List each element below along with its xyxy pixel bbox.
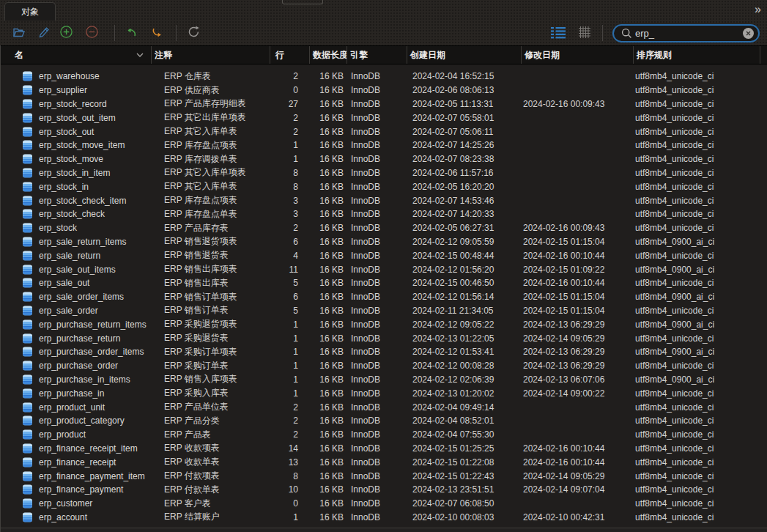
table-name-label: erp_stock_in_item	[39, 168, 110, 178]
cell-rows: 10	[270, 484, 309, 495]
cell-collation: utf8mb4_unicode_ci	[633, 306, 760, 316]
search-input[interactable]	[632, 28, 743, 39]
cell-rows: 2	[270, 127, 309, 137]
table-row[interactable]: erp_stock_inERP 其它入库单表816 KBInnoDB2024-0…	[1, 180, 767, 193]
cell-created: 2024-02-07 06:08:50	[407, 498, 521, 509]
cell-comment: ERP 库存盘点单表	[151, 208, 270, 221]
cell-engine: InnoDB	[347, 154, 407, 164]
table-row[interactable]: erp_sale_order_itemsERP 销售订单项表616 KBInno…	[1, 290, 767, 304]
cell-engine: InnoDB	[347, 265, 407, 275]
table-row[interactable]: erp_stock_checkERP 库存盘点单表316 KBInnoDB202…	[1, 207, 767, 221]
cell-name: erp_stock_move	[1, 154, 151, 164]
table-name-label: erp_purchase_order	[39, 361, 118, 371]
table-row[interactable]: erp_accountERP 结算账户116 KBInnoDB2024-02-1…	[1, 511, 767, 525]
table-row[interactable]: erp_finance_receiptERP 收款单表1316 KBInnoDB…	[1, 455, 767, 469]
column-header-data_length[interactable]: 数据长度	[309, 46, 347, 64]
table-row[interactable]: erp_product_categoryERP 产品分类216 KBInnoDB…	[1, 414, 767, 428]
column-header-collation[interactable]: 排序规则	[633, 46, 760, 64]
cell-data_length: 16 KB	[309, 113, 347, 123]
open-table-button[interactable]	[12, 26, 26, 41]
cell-rows: 1	[270, 374, 309, 385]
table-row[interactable]: erp_warehouseERP 仓库表216 KBInnoDB2024-02-…	[1, 70, 767, 84]
column-header-comment[interactable]: 注释	[151, 46, 270, 64]
cell-created: 2024-02-07 08:23:38	[407, 154, 521, 164]
table-row[interactable]: erp_sale_orderERP 销售订单表516 KBInnoDB2024-…	[1, 304, 767, 318]
table-row[interactable]: erp_sale_returnERP 销售退货表416 KBInnoDB2024…	[1, 248, 767, 262]
minus-circle-icon	[85, 25, 99, 41]
search-field[interactable]	[612, 24, 760, 43]
column-header-rows[interactable]: 行	[270, 46, 309, 64]
list-view-button[interactable]	[550, 26, 566, 41]
cell-collation: utf8mb4_unicode_ci	[633, 415, 760, 426]
clear-search-button[interactable]	[743, 28, 754, 39]
delete-table-button[interactable]	[85, 25, 99, 41]
table-row[interactable]: erp_productERP 产品表216 KBInnoDB2024-02-04…	[1, 428, 767, 442]
column-header-engine[interactable]: 引擎	[347, 46, 407, 64]
table-row[interactable]: erp_sale_return_itemsERP 销售退货项表616 KBInn…	[1, 235, 767, 249]
cell-engine: InnoDB	[347, 85, 407, 95]
new-table-button[interactable]	[59, 25, 73, 41]
table-name-label: erp_stock_check_item	[39, 196, 126, 206]
cell-comment: ERP 采购退货表	[151, 332, 270, 344]
export-wizard-button[interactable]	[150, 26, 165, 41]
table-row[interactable]: erp_stock_in_itemERP 其它入库单项表816 KBInnoDB…	[1, 166, 767, 180]
cell-collation: utf8mb4_0900_ai_ci	[633, 374, 760, 385]
grid-view-icon	[579, 26, 590, 40]
tab-overflow-chevrons-icon[interactable]: »	[755, 1, 761, 18]
table-row[interactable]: erp_customerERP 客户表016 KBInnoDB2024-02-0…	[1, 497, 767, 511]
table-icon	[23, 99, 32, 108]
table-name-label: erp_stock_move_item	[39, 140, 125, 150]
table-row[interactable]: erp_purchase_return_itemsERP 采购退货项表116 K…	[1, 317, 767, 331]
table-row[interactable]: erp_stock_recordERP 产品库存明细表2716 KBInnoDB…	[1, 97, 767, 111]
column-header-label: 注释	[155, 49, 172, 62]
cell-created: 2024-02-12 02:06:39	[407, 374, 521, 385]
cell-engine: InnoDB	[347, 113, 407, 123]
table-row[interactable]: erp_purchase_inERP 采购入库表116 KBInnoDB2024…	[1, 386, 767, 400]
table-row[interactable]: erp_finance_payment_itemERP 付款项表816 KBIn…	[1, 469, 767, 483]
cell-data_length: 16 KB	[309, 484, 347, 495]
table-row[interactable]: erp_purchase_orderERP 采购订单表116 KBInnoDB2…	[1, 359, 767, 373]
cell-created: 2024-02-12 09:05:59	[407, 237, 521, 247]
column-header-modified[interactable]: 修改日期	[521, 46, 633, 64]
cell-modified: 2024-02-14 09:07:04	[521, 484, 633, 495]
grid-view-button[interactable]	[579, 26, 590, 40]
import-wizard-button[interactable]	[124, 26, 138, 41]
table-row[interactable]: erp_product_unitERP 产品单位表216 KBInnoDB202…	[1, 400, 767, 414]
table-row[interactable]: erp_finance_paymentERP 付款单表1016 KBInnoDB…	[1, 483, 767, 497]
cell-name: erp_stock	[1, 223, 151, 233]
cell-created: 2024-02-13 01:22:05	[407, 333, 521, 344]
cell-data_length: 16 KB	[309, 223, 347, 233]
cell-rows: 2	[270, 223, 309, 233]
cell-engine: InnoDB	[347, 429, 407, 440]
table-row[interactable]: erp_sale_out_itemsERP 销售出库项表1116 KBInnoD…	[1, 262, 767, 276]
column-header-label: 行	[275, 49, 284, 62]
table-row[interactable]: erp_purchase_returnERP 采购退货表116 KBInnoDB…	[1, 331, 767, 345]
table-icon	[23, 457, 32, 467]
table-row[interactable]: erp_stock_moveERP 库存调拨单表116 KBInnoDB2024…	[1, 152, 767, 166]
table-row[interactable]: erp_purchase_in_itemsERP 销售入库项表116 KBInn…	[1, 373, 767, 387]
cell-name: erp_product_unit	[1, 402, 151, 413]
table-row[interactable]: erp_purchase_order_itemsERP 采购订单项表116 KB…	[1, 345, 767, 359]
cell-comment: ERP 采购订单表	[151, 360, 270, 372]
cell-collation: utf8mb4_unicode_ci	[633, 99, 760, 109]
cell-data_length: 16 KB	[309, 154, 347, 164]
table-row[interactable]: erp_stock_move_itemERP 库存盘点项表116 KBInnoD…	[1, 138, 767, 152]
cell-data_length: 16 KB	[309, 347, 347, 357]
cell-name: erp_account	[1, 512, 151, 522]
table-name-label: erp_stock_out_item	[39, 113, 116, 123]
table-row[interactable]: erp_sale_outERP 销售出库表516 KBInnoDB2024-02…	[1, 276, 767, 290]
column-header-created[interactable]: 创建日期	[407, 46, 521, 64]
cell-name: erp_stock_in_item	[1, 168, 151, 178]
table-row[interactable]: erp_finance_receipt_itemERP 收款项表1416 KBI…	[1, 442, 767, 456]
table-row[interactable]: erp_stock_check_itemERP 库存盘点项表316 KBInno…	[1, 193, 767, 207]
design-table-button[interactable]	[37, 25, 51, 41]
cell-collation: utf8mb4_unicode_ci	[633, 484, 760, 495]
tab-objects[interactable]: 对象	[4, 2, 56, 21]
refresh-button[interactable]	[187, 25, 201, 41]
table-row[interactable]: erp_stock_out_itemERP 其它出库单项表216 KBInnoD…	[1, 111, 767, 125]
table-row[interactable]: erp_stockERP 产品库存表216 KBInnoDB2024-02-05…	[1, 221, 767, 235]
table-row[interactable]: erp_supplierERP 供应商表016 KBInnoDB2024-02-…	[1, 84, 767, 97]
table-row[interactable]: erp_stock_outERP 其它入库单表216 KBInnoDB2024-…	[1, 125, 767, 138]
cell-rows: 0	[270, 85, 309, 95]
column-header-name[interactable]: 名	[1, 46, 151, 64]
